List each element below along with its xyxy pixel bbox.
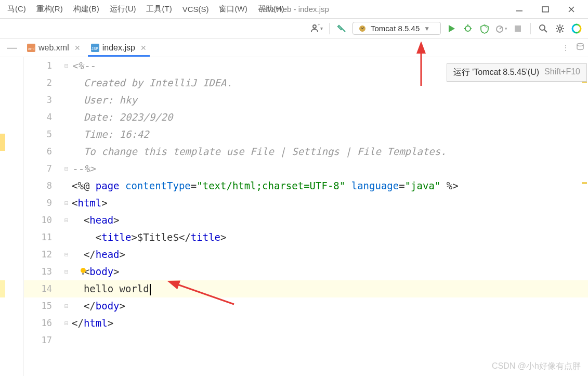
svg-line-11 — [500, 27, 502, 29]
tab-close-icon[interactable]: ✕ — [74, 44, 81, 52]
search-icon[interactable] — [537, 22, 550, 35]
intention-bulb-icon[interactable] — [79, 266, 88, 276]
tab-close-icon[interactable]: ✕ — [140, 44, 147, 52]
window-title: JavaWeb - index.jsp — [259, 5, 329, 14]
minimize-icon[interactable] — [512, 2, 527, 17]
run-tooltip: 运行 'Tomcat 8.5.45'(U) Shift+F10 — [447, 63, 587, 82]
tooltip-shortcut: Shift+F10 — [544, 67, 580, 78]
run-config-label: Tomcat 8.5.45 — [371, 24, 420, 33]
jsp-file-icon: JSP — [91, 44, 99, 52]
menu-tools[interactable]: 工具(T) — [141, 2, 177, 16]
xml-file-icon: xml — [27, 44, 35, 52]
warning-marker[interactable] — [582, 182, 587, 184]
hammer-icon[interactable] — [336, 22, 348, 35]
menubar: 马(C) 重构(R) 构建(B) 运行(U) 工具(T) VCS(S) 窗口(W… — [0, 0, 588, 19]
debug-icon[interactable] — [462, 22, 474, 35]
gutter-change-marker — [0, 134, 5, 151]
tab-options-icon[interactable]: ⋮ — [562, 44, 569, 52]
svg-text:xml: xml — [28, 46, 35, 51]
run-icon[interactable] — [445, 22, 458, 35]
menu-code[interactable]: 马(C) — [2, 2, 31, 16]
svg-rect-12 — [515, 25, 521, 32]
tab-label: index.jsp — [102, 43, 135, 53]
menu-refactor[interactable]: 重构(R) — [31, 2, 68, 16]
svg-point-20 — [577, 44, 583, 46]
gear-icon[interactable] — [554, 22, 566, 35]
profiler-icon[interactable]: ▾ — [495, 22, 507, 35]
database-icon[interactable] — [576, 42, 585, 53]
brand-icon[interactable] — [570, 22, 583, 35]
left-toolstrip — [0, 57, 24, 376]
svg-point-21 — [81, 268, 86, 273]
editor-tabs: — xml web.xml ✕ JSP index.jsp ✕ ⋮ — [0, 38, 588, 57]
svg-point-13 — [540, 25, 545, 30]
code-editor[interactable]: 1234567891011121314151617 ⊟⊟⊟⊟⊟⊟⊟⊟ <%-- … — [24, 57, 588, 376]
tab-label: web.xml — [38, 43, 69, 53]
close-icon[interactable] — [564, 2, 579, 17]
coverage-icon[interactable] — [478, 22, 491, 35]
maximize-icon[interactable] — [538, 2, 553, 17]
tooltip-text: 运行 'Tomcat 8.5.45'(U) — [453, 67, 539, 78]
svg-text:JSP: JSP — [92, 47, 98, 50]
editor-area: 1234567891011121314151617 ⊟⊟⊟⊟⊟⊟⊟⊟ <%-- … — [0, 57, 588, 376]
svg-rect-1 — [542, 7, 548, 12]
watermark: CSDN @小h好像有点胖 — [492, 361, 581, 372]
svg-rect-22 — [82, 273, 84, 275]
svg-line-14 — [544, 30, 547, 32]
chevron-down-icon: ▼ — [424, 25, 430, 32]
svg-point-6 — [465, 26, 471, 31]
menu-vcs[interactable]: VCS(S) — [177, 3, 214, 16]
error-stripe[interactable] — [581, 57, 588, 376]
line-gutter: 1234567891011121314151617 — [24, 57, 61, 349]
menu-build[interactable]: 构建(B) — [68, 2, 104, 16]
tab-web-xml[interactable]: xml web.xml ✕ — [22, 38, 86, 57]
toolbar: +▾ Tomcat 8.5.45 ▼ ▾ — [0, 19, 588, 38]
menu-window[interactable]: 窗口(W) — [214, 2, 252, 16]
gutter-change-marker — [0, 280, 5, 297]
menu-run[interactable]: 运行(U) — [104, 2, 141, 16]
run-config-dropdown[interactable]: Tomcat 8.5.45 ▼ — [352, 22, 441, 35]
user-add-icon[interactable]: +▾ — [310, 22, 323, 35]
fold-column: ⊟⊟⊟⊟⊟⊟⊟⊟ — [61, 57, 72, 349]
hide-tool-window-icon[interactable]: — — [5, 38, 19, 57]
tab-index-jsp[interactable]: JSP index.jsp ✕ — [86, 38, 152, 57]
stop-icon[interactable] — [512, 22, 524, 35]
svg-point-15 — [558, 27, 561, 30]
tomcat-icon — [358, 24, 367, 33]
